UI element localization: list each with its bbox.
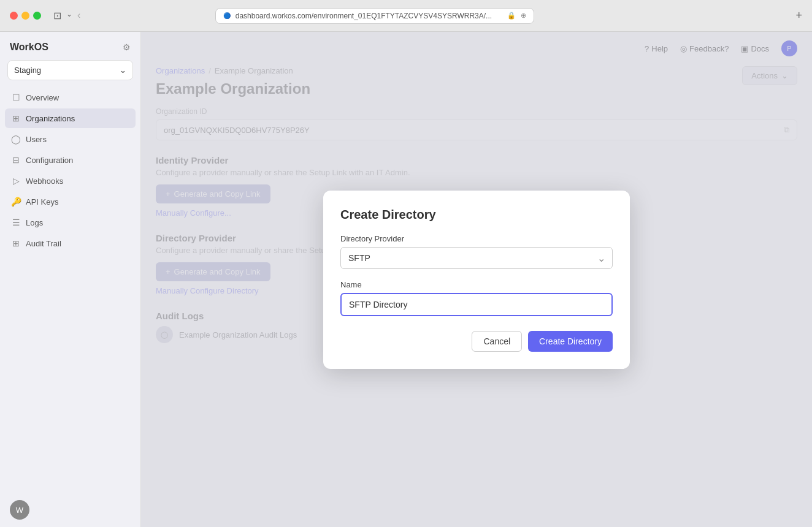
sidebar-item-label: Organizations — [26, 114, 75, 123]
sidebar-item-api-keys[interactable]: 🔑 API Keys — [5, 192, 136, 211]
sidebar-item-configuration[interactable]: ⊟ Configuration — [5, 150, 136, 170]
configuration-icon: ⊟ — [11, 155, 21, 165]
create-directory-button[interactable]: Create Directory — [528, 331, 613, 352]
api-keys-icon: 🔑 — [11, 197, 21, 207]
sidebar-item-label: Logs — [26, 218, 43, 227]
provider-select[interactable]: SFTP Active Directory Google Workspace O… — [340, 247, 613, 269]
main-content: ? Help ◎ Feedback? ▣ Docs P Organization… — [141, 32, 812, 527]
modal-title: Create Directory — [340, 208, 613, 222]
sidebar-item-audit-trail[interactable]: ⊞ Audit Trail — [5, 233, 136, 253]
app-layout: WorkOS ⚙ Staging ⌄ ☐ Overview ⊞ Organiza… — [0, 32, 812, 527]
address-bar[interactable]: 🔵 dashboard.workos.com/environment_01EQ1… — [215, 8, 534, 24]
name-input[interactable] — [340, 293, 613, 316]
sidebar-item-organizations[interactable]: ⊞ Organizations — [5, 108, 136, 128]
directory-provider-field: Directory Provider SFTP Active Directory… — [340, 234, 613, 269]
sidebar-toggle-icon[interactable]: ⊡ — [53, 10, 61, 21]
sidebar-item-label: Audit Trail — [26, 239, 61, 248]
close-button[interactable] — [10, 12, 18, 20]
provider-select-wrapper: SFTP Active Directory Google Workspace O… — [340, 247, 613, 269]
back-icon[interactable]: ‹ — [77, 10, 80, 21]
modal-actions: Cancel Create Directory — [340, 331, 613, 352]
browser-chrome: ⊡ ⌄ ‹ 🔵 dashboard.workos.com/environment… — [0, 0, 812, 32]
name-field: Name — [340, 280, 613, 316]
sidebar-item-label: API Keys — [26, 197, 58, 207]
chevron-down-icon: ⌄ — [120, 66, 126, 75]
audit-trail-icon: ⊞ — [11, 238, 21, 248]
overview-icon: ☐ — [11, 93, 21, 102]
maximize-button[interactable] — [33, 12, 41, 20]
sidebar-avatar[interactable]: W — [0, 493, 140, 527]
gear-icon[interactable]: ⚙ — [123, 42, 131, 52]
provider-label: Directory Provider — [340, 234, 613, 243]
cancel-button[interactable]: Cancel — [472, 331, 522, 352]
sidebar-item-label: Users — [26, 135, 47, 144]
webhooks-icon: ▷ — [11, 176, 21, 186]
sidebar-item-users[interactable]: ◯ Users — [5, 129, 136, 149]
share-icon: ⊕ — [521, 12, 526, 20]
sidebar-item-label: Configuration — [26, 156, 73, 165]
site-icon: 🔵 — [223, 12, 231, 19]
sidebar-item-logs[interactable]: ☰ Logs — [5, 213, 136, 232]
sidebar-item-overview[interactable]: ☐ Overview — [5, 88, 136, 107]
browser-controls: ⊡ ⌄ ‹ — [53, 10, 80, 21]
traffic-lights — [10, 12, 41, 20]
logs-icon: ☰ — [11, 218, 21, 227]
sidebar: WorkOS ⚙ Staging ⌄ ☐ Overview ⊞ Organiza… — [0, 32, 141, 527]
sidebar-item-label: Overview — [26, 93, 59, 102]
sidebar-item-webhooks[interactable]: ▷ Webhooks — [5, 171, 136, 191]
sidebar-item-label: Webhooks — [26, 176, 63, 186]
nav-items: ☐ Overview ⊞ Organizations ◯ Users ⊟ Con… — [0, 85, 140, 493]
env-label: Staging — [14, 66, 41, 75]
name-label: Name — [340, 280, 613, 289]
users-icon: ◯ — [11, 134, 21, 144]
create-directory-modal: Create Directory Directory Provider SFTP… — [323, 191, 630, 369]
app-logo: WorkOS — [10, 42, 48, 53]
modal-overlay: Create Directory Directory Provider SFTP… — [141, 32, 812, 527]
chevron-down-icon[interactable]: ⌄ — [66, 10, 72, 21]
lock-icon: 🔒 — [507, 12, 516, 20]
organizations-icon: ⊞ — [11, 113, 21, 123]
sidebar-header: WorkOS ⚙ — [0, 32, 140, 58]
new-tab-button[interactable]: + — [795, 9, 802, 22]
environment-selector[interactable]: Staging ⌄ — [7, 60, 133, 80]
minimize-button[interactable] — [21, 12, 29, 20]
url-text: dashboard.workos.com/environment_01EQ1FT… — [236, 12, 502, 20]
